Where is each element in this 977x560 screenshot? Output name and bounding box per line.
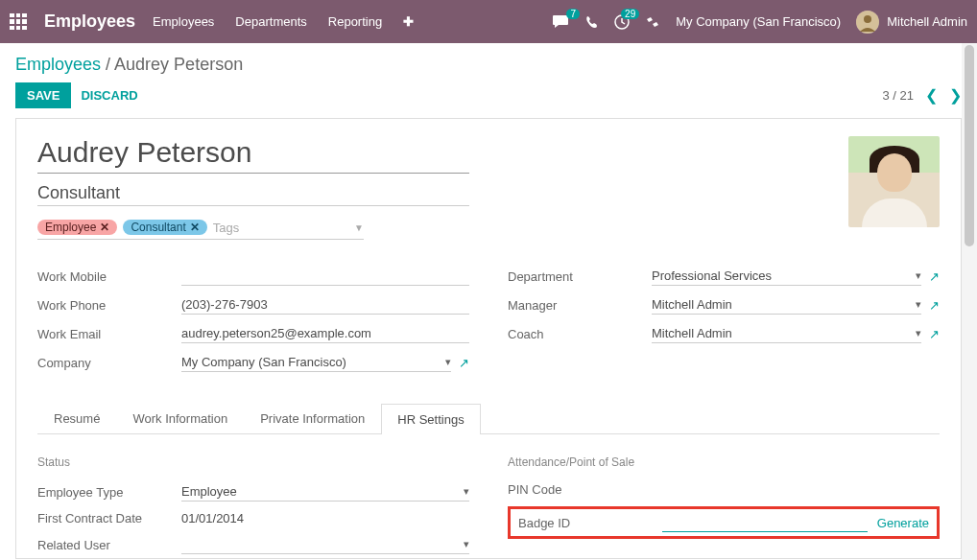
pager-text[interactable]: 3 / 21 [882,88,914,103]
user-avatar-sm [856,11,879,34]
discard-button[interactable]: DISCARD [81,88,137,103]
company-label: Company [37,356,181,370]
breadcrumb-parent[interactable]: Employees [15,55,101,74]
work-mobile-label: Work Mobile [37,269,181,284]
company-input[interactable] [181,353,441,371]
chevron-down-icon[interactable]: ▼ [354,222,364,233]
employee-photo[interactable] [848,136,940,227]
company-switcher[interactable]: My Company (San Francisco) [676,14,841,29]
external-link-icon[interactable]: ↗ [459,356,469,370]
badge-id-label: Badge ID [518,516,662,530]
related-user-label: Related User [37,538,181,552]
work-email-label: Work Email [37,327,181,341]
app-title: Employees [44,12,135,32]
work-phone-label: Work Phone [37,298,181,313]
tab-private-information[interactable]: Private Information [244,403,381,433]
nav-menu-add[interactable]: ✚ [403,14,414,29]
chevron-down-icon[interactable]: ▾ [916,269,921,282]
tags-placeholder: Tags [213,221,239,235]
tab-work-information[interactable]: Work Information [116,403,244,433]
tag-remove-icon[interactable]: ✕ [100,221,109,234]
work-email-input[interactable] [181,324,469,343]
manager-input[interactable] [652,295,912,314]
tag-employee: Employee ✕ [37,220,117,235]
nav-menu-departments[interactable]: Departments [235,14,306,29]
user-name: Mitchell Admin [887,14,967,29]
badge-id-input[interactable] [662,513,868,532]
coach-label: Coach [508,327,652,341]
status-section-title: Status [37,455,469,469]
manager-label: Manager [508,298,652,313]
save-button[interactable]: SAVE [15,82,71,108]
external-link-icon[interactable]: ↗ [929,298,940,313]
generate-button[interactable]: Generate [877,516,929,530]
pager-next[interactable]: ❯ [949,86,962,105]
tags-field[interactable]: Employee ✕ Consultant ✕ Tags ▼ [37,220,364,240]
chevron-down-icon[interactable]: ▾ [916,298,921,311]
svg-point-2 [864,15,871,23]
debug-icon[interactable] [645,14,660,30]
chevron-down-icon[interactable]: ▾ [464,538,469,550]
user-menu[interactable]: Mitchell Admin [856,11,967,34]
attendance-section-title: Attendance/Point of Sale [508,455,940,469]
work-mobile-input[interactable] [181,267,469,286]
tag-consultant: Consultant ✕ [123,220,206,235]
nav-menu-employees[interactable]: Employees [153,14,214,29]
tab-resume[interactable]: Resumé [37,403,116,433]
external-link-icon[interactable]: ↗ [929,327,940,341]
breadcrumb-current: Audrey Peterson [114,55,243,74]
employee-type-input[interactable] [181,482,460,501]
chevron-down-icon[interactable]: ▾ [464,485,469,498]
scrollbar-thumb[interactable] [965,45,974,246]
tab-hr-settings[interactable]: HR Settings [381,404,480,434]
messaging-icon[interactable]: 7 [553,14,570,30]
pin-code-label: PIN Code [508,482,652,497]
work-phone-input[interactable] [181,295,469,315]
apps-icon[interactable] [10,13,27,31]
chevron-down-icon[interactable]: ▾ [445,356,451,368]
messaging-badge: 7 [566,9,580,19]
department-label: Department [508,269,652,284]
external-link-icon[interactable]: ↗ [929,269,940,284]
employee-name-input[interactable] [37,136,469,174]
phone-icon[interactable] [585,15,599,29]
vertical-scrollbar[interactable] [962,43,977,560]
activity-icon[interactable]: 29 [614,14,630,30]
coach-input[interactable] [652,324,912,342]
first-contract-date-label: First Contract Date [37,511,181,525]
job-title-input[interactable] [37,183,469,206]
first-contract-date-value: 01/01/2014 [181,511,244,525]
department-input[interactable] [652,267,912,285]
pager-prev[interactable]: ❮ [925,86,938,105]
chevron-down-icon[interactable]: ▾ [916,327,921,339]
employee-type-label: Employee Type [37,485,181,500]
breadcrumb: Employees / Audrey Peterson [15,55,962,75]
tag-remove-icon[interactable]: ✕ [190,221,200,234]
related-user-input[interactable] [181,535,460,553]
nav-menu-reporting[interactable]: Reporting [328,14,382,29]
activity-badge: 29 [621,9,639,19]
badge-id-highlight: Badge ID Generate [508,506,940,539]
